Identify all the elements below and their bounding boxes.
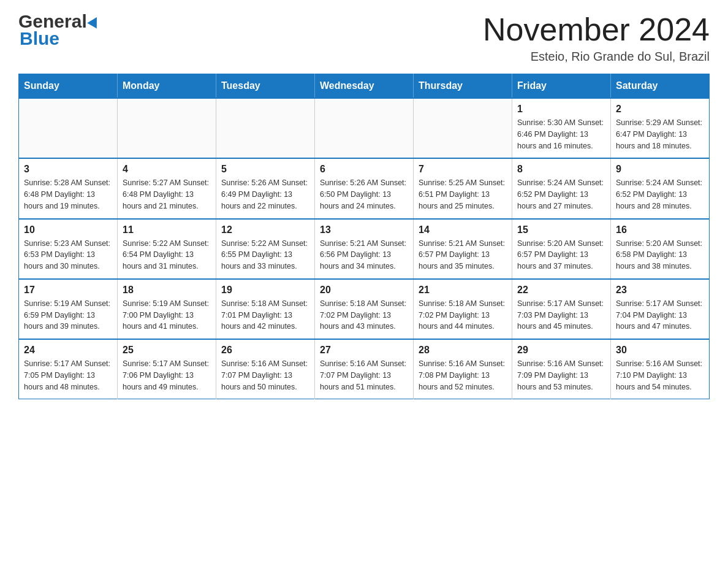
day-number: 8 [517,164,605,175]
calendar-cell: 19Sunrise: 5:18 AM Sunset: 7:01 PM Dayli… [216,279,315,339]
day-of-week-header: Friday [512,74,611,99]
page-header: General Blue November 2024 Esteio, Rio G… [18,12,710,64]
calendar-week-row: 17Sunrise: 5:19 AM Sunset: 6:59 PM Dayli… [19,279,710,339]
day-info: Sunrise: 5:20 AM Sunset: 6:57 PM Dayligh… [517,238,605,272]
day-number: 29 [517,345,605,356]
logo-triangle-icon [87,15,102,29]
day-number: 14 [419,224,507,236]
calendar-cell: 9Sunrise: 5:24 AM Sunset: 6:52 PM Daylig… [611,158,710,218]
calendar-cell: 28Sunrise: 5:16 AM Sunset: 7:08 PM Dayli… [414,339,512,399]
day-number: 13 [320,224,408,236]
day-info: Sunrise: 5:18 AM Sunset: 7:01 PM Dayligh… [221,298,309,332]
calendar-cell: 1Sunrise: 5:30 AM Sunset: 6:46 PM Daylig… [512,98,611,158]
day-number: 19 [221,285,309,296]
day-info: Sunrise: 5:17 AM Sunset: 7:06 PM Dayligh… [123,358,211,393]
day-info: Sunrise: 5:30 AM Sunset: 6:46 PM Dayligh… [517,117,605,151]
day-info: Sunrise: 5:16 AM Sunset: 7:09 PM Dayligh… [517,358,605,393]
calendar-cell: 17Sunrise: 5:19 AM Sunset: 6:59 PM Dayli… [19,279,118,339]
calendar-cell: 18Sunrise: 5:19 AM Sunset: 7:00 PM Dayli… [118,279,216,339]
day-number: 6 [320,164,408,175]
calendar-week-row: 3Sunrise: 5:28 AM Sunset: 6:48 PM Daylig… [19,158,710,218]
day-number: 2 [616,104,704,115]
calendar-cell: 22Sunrise: 5:17 AM Sunset: 7:03 PM Dayli… [512,279,611,339]
day-number: 25 [123,345,211,356]
day-number: 28 [419,345,507,356]
calendar-cell: 15Sunrise: 5:20 AM Sunset: 6:57 PM Dayli… [512,219,611,279]
day-number: 17 [24,285,112,296]
day-info: Sunrise: 5:24 AM Sunset: 6:52 PM Dayligh… [616,177,704,212]
day-number: 22 [517,285,605,296]
logo: General Blue [18,12,100,49]
day-of-week-header: Tuesday [216,74,315,99]
day-info: Sunrise: 5:27 AM Sunset: 6:48 PM Dayligh… [123,177,211,212]
day-info: Sunrise: 5:26 AM Sunset: 6:49 PM Dayligh… [221,177,309,212]
day-info: Sunrise: 5:26 AM Sunset: 6:50 PM Dayligh… [320,177,408,212]
calendar-cell [315,98,414,158]
day-info: Sunrise: 5:16 AM Sunset: 7:10 PM Dayligh… [616,358,704,393]
calendar-cell: 29Sunrise: 5:16 AM Sunset: 7:09 PM Dayli… [512,339,611,399]
day-info: Sunrise: 5:21 AM Sunset: 6:57 PM Dayligh… [419,238,507,272]
day-number: 10 [24,224,112,236]
day-number: 26 [221,345,309,356]
day-number: 24 [24,345,112,356]
day-info: Sunrise: 5:22 AM Sunset: 6:55 PM Dayligh… [221,238,309,272]
day-number: 20 [320,285,408,296]
day-number: 30 [616,345,704,356]
day-info: Sunrise: 5:19 AM Sunset: 7:00 PM Dayligh… [123,298,211,332]
day-of-week-header: Saturday [611,74,710,99]
calendar-cell [19,98,118,158]
day-number: 1 [517,104,605,115]
day-of-week-header: Wednesday [315,74,414,99]
calendar-week-row: 10Sunrise: 5:23 AM Sunset: 6:53 PM Dayli… [19,219,710,279]
calendar-week-row: 24Sunrise: 5:17 AM Sunset: 7:05 PM Dayli… [19,339,710,399]
day-info: Sunrise: 5:29 AM Sunset: 6:47 PM Dayligh… [616,117,704,151]
day-info: Sunrise: 5:16 AM Sunset: 7:08 PM Dayligh… [419,358,507,393]
calendar-cell: 20Sunrise: 5:18 AM Sunset: 7:02 PM Dayli… [315,279,414,339]
calendar-cell: 13Sunrise: 5:21 AM Sunset: 6:56 PM Dayli… [315,219,414,279]
day-of-week-header: Monday [118,74,216,99]
calendar-cell: 23Sunrise: 5:17 AM Sunset: 7:04 PM Dayli… [611,279,710,339]
day-info: Sunrise: 5:25 AM Sunset: 6:51 PM Dayligh… [419,177,507,212]
logo-blue-text: Blue [18,28,100,49]
calendar-cell: 27Sunrise: 5:16 AM Sunset: 7:07 PM Dayli… [315,339,414,399]
calendar-cell [118,98,216,158]
calendar-cell: 14Sunrise: 5:21 AM Sunset: 6:57 PM Dayli… [414,219,512,279]
day-number: 23 [616,285,704,296]
calendar-cell: 12Sunrise: 5:22 AM Sunset: 6:55 PM Dayli… [216,219,315,279]
day-info: Sunrise: 5:17 AM Sunset: 7:04 PM Dayligh… [616,298,704,332]
calendar-cell: 5Sunrise: 5:26 AM Sunset: 6:49 PM Daylig… [216,158,315,218]
calendar-cell: 24Sunrise: 5:17 AM Sunset: 7:05 PM Dayli… [19,339,118,399]
day-number: 15 [517,224,605,236]
day-number: 5 [221,164,309,175]
day-number: 16 [616,224,704,236]
calendar-cell: 11Sunrise: 5:22 AM Sunset: 6:54 PM Dayli… [118,219,216,279]
day-info: Sunrise: 5:22 AM Sunset: 6:54 PM Dayligh… [123,238,211,272]
calendar-cell: 6Sunrise: 5:26 AM Sunset: 6:50 PM Daylig… [315,158,414,218]
calendar-header-row: SundayMondayTuesdayWednesdayThursdayFrid… [19,74,710,99]
calendar-title: November 2024 [483,12,710,47]
day-info: Sunrise: 5:17 AM Sunset: 7:05 PM Dayligh… [24,358,112,393]
calendar-subtitle: Esteio, Rio Grande do Sul, Brazil [483,50,710,64]
day-number: 27 [320,345,408,356]
day-number: 9 [616,164,704,175]
day-info: Sunrise: 5:18 AM Sunset: 7:02 PM Dayligh… [320,298,408,332]
day-number: 3 [24,164,112,175]
day-info: Sunrise: 5:23 AM Sunset: 6:53 PM Dayligh… [24,238,112,272]
calendar-cell [414,98,512,158]
calendar-cell: 16Sunrise: 5:20 AM Sunset: 6:58 PM Dayli… [611,219,710,279]
day-info: Sunrise: 5:21 AM Sunset: 6:56 PM Dayligh… [320,238,408,272]
calendar-cell: 3Sunrise: 5:28 AM Sunset: 6:48 PM Daylig… [19,158,118,218]
day-number: 18 [123,285,211,296]
calendar-cell: 4Sunrise: 5:27 AM Sunset: 6:48 PM Daylig… [118,158,216,218]
day-of-week-header: Thursday [414,74,512,99]
calendar-cell: 8Sunrise: 5:24 AM Sunset: 6:52 PM Daylig… [512,158,611,218]
day-number: 11 [123,224,211,236]
day-info: Sunrise: 5:24 AM Sunset: 6:52 PM Dayligh… [517,177,605,212]
calendar-week-row: 1Sunrise: 5:30 AM Sunset: 6:46 PM Daylig… [19,98,710,158]
calendar-cell: 30Sunrise: 5:16 AM Sunset: 7:10 PM Dayli… [611,339,710,399]
day-info: Sunrise: 5:28 AM Sunset: 6:48 PM Dayligh… [24,177,112,212]
day-of-week-header: Sunday [19,74,118,99]
calendar-table: SundayMondayTuesdayWednesdayThursdayFrid… [18,74,710,399]
calendar-cell [216,98,315,158]
day-info: Sunrise: 5:18 AM Sunset: 7:02 PM Dayligh… [419,298,507,332]
